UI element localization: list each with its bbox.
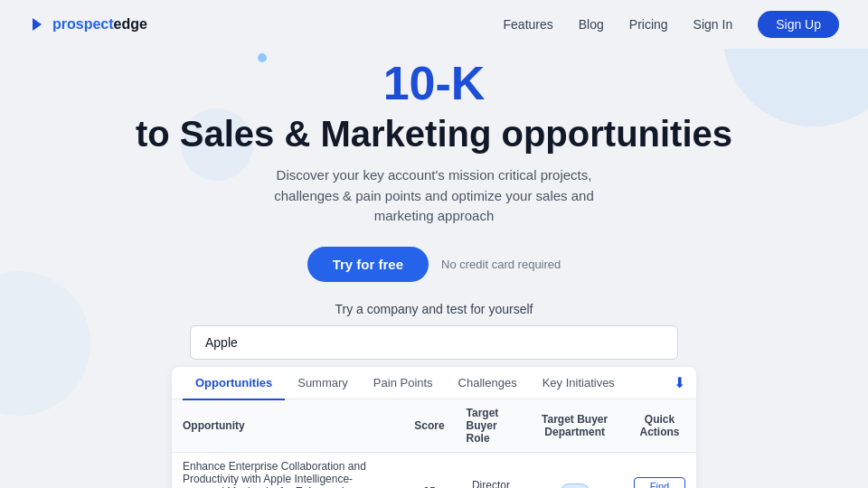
tab-key-initiatives[interactable]: Key Initiatives xyxy=(530,367,627,400)
col-header-role: Target Buyer Role xyxy=(456,399,527,453)
tab-summary[interactable]: Summary xyxy=(285,367,361,400)
cta-row: Try for free No credit card required xyxy=(18,247,850,282)
logo-text: prospectedge xyxy=(52,16,147,33)
score-value: 95 xyxy=(403,453,455,488)
svg-marker-0 xyxy=(33,18,42,31)
results-table-card: Opportunities Summary Pain Points Challe… xyxy=(172,367,696,488)
nav-pricing[interactable]: Pricing xyxy=(629,17,668,32)
opportunities-table: Opportunity Score Target Buyer Role Targ… xyxy=(172,399,696,488)
download-icon[interactable]: ⬇ xyxy=(674,374,685,391)
tab-opportunities[interactable]: Opportunities xyxy=(183,367,285,400)
hero-headline-10k: 10-K xyxy=(18,58,850,109)
tabs-row: Opportunities Summary Pain Points Challe… xyxy=(172,367,696,400)
logo[interactable]: prospectedge xyxy=(29,14,147,34)
col-header-actions: Quick Actions xyxy=(623,399,696,453)
find-buyer-button[interactable]: Find Buyer xyxy=(634,477,685,488)
logo-icon xyxy=(29,14,49,34)
table-row: Enhance Enterprise Collaboration and Pro… xyxy=(172,453,696,488)
col-header-dept: Target Buyer Department xyxy=(526,399,623,453)
company-search-input[interactable] xyxy=(190,325,678,360)
nav-features[interactable]: Features xyxy=(504,17,553,32)
nav-links: Features Blog Pricing Sign In Sign Up xyxy=(504,11,839,38)
quick-actions: Find Buyer xyxy=(623,453,696,488)
tab-challenges[interactable]: Challenges xyxy=(446,367,530,400)
nav-blog[interactable]: Blog xyxy=(579,17,604,32)
hero-headline-main: to Sales & Marketing opportunities xyxy=(18,113,850,155)
buyer-dept: IT xyxy=(526,453,623,488)
opportunity-text: Enhance Enterprise Collaboration and Pro… xyxy=(172,453,403,488)
nav-signup-button[interactable]: Sign Up xyxy=(758,11,839,38)
navbar: prospectedge Features Blog Pricing Sign … xyxy=(0,0,868,49)
search-container xyxy=(172,325,696,360)
try-company-label: Try a company and test for yourself xyxy=(18,302,850,316)
col-header-score: Score xyxy=(403,399,455,453)
nav-signin[interactable]: Sign In xyxy=(693,17,733,32)
no-credit-card-label: No credit card required xyxy=(441,258,561,271)
dept-badge: IT xyxy=(561,483,590,488)
col-header-opportunity: Opportunity xyxy=(172,399,403,453)
try-free-button[interactable]: Try for free xyxy=(307,247,429,282)
hero-description: Discover your key account's mission crit… xyxy=(253,165,615,227)
hero-section: 10-K to Sales & Marketing opportunities … xyxy=(0,49,868,316)
tab-pain-points[interactable]: Pain Points xyxy=(361,367,446,400)
buyer-role: Director of IT xyxy=(456,453,527,488)
decorative-dot xyxy=(258,53,267,62)
